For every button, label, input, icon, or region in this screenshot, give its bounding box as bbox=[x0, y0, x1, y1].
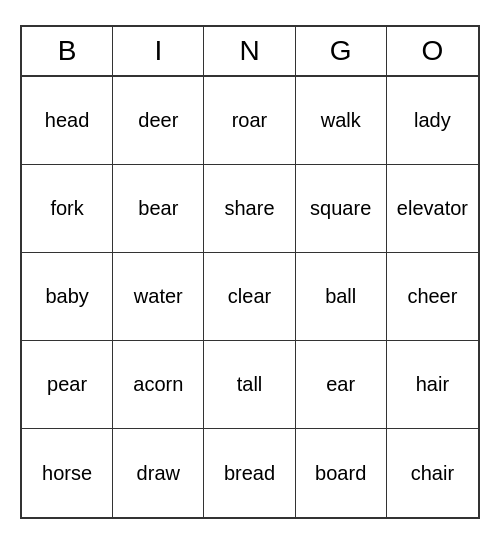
cell-r1-c4: elevator bbox=[387, 165, 478, 253]
header-letter: G bbox=[296, 27, 387, 75]
cell-r3-c4: hair bbox=[387, 341, 478, 429]
cell-r2-c2: clear bbox=[204, 253, 295, 341]
header-letter: N bbox=[204, 27, 295, 75]
cell-r1-c1: bear bbox=[113, 165, 204, 253]
header-letter: I bbox=[113, 27, 204, 75]
bingo-header: BINGO bbox=[22, 27, 478, 77]
cell-r3-c0: pear bbox=[22, 341, 113, 429]
cell-r0-c0: head bbox=[22, 77, 113, 165]
cell-r0-c3: walk bbox=[296, 77, 387, 165]
cell-r1-c0: fork bbox=[22, 165, 113, 253]
cell-r0-c4: lady bbox=[387, 77, 478, 165]
bingo-grid: headdeerroarwalkladyforkbearsharesquaree… bbox=[22, 77, 478, 517]
cell-r1-c2: share bbox=[204, 165, 295, 253]
cell-r2-c0: baby bbox=[22, 253, 113, 341]
cell-r4-c4: chair bbox=[387, 429, 478, 517]
cell-r2-c4: cheer bbox=[387, 253, 478, 341]
cell-r4-c3: board bbox=[296, 429, 387, 517]
cell-r0-c1: deer bbox=[113, 77, 204, 165]
cell-r3-c2: tall bbox=[204, 341, 295, 429]
cell-r2-c3: ball bbox=[296, 253, 387, 341]
cell-r3-c1: acorn bbox=[113, 341, 204, 429]
cell-r4-c1: draw bbox=[113, 429, 204, 517]
cell-r2-c1: water bbox=[113, 253, 204, 341]
cell-r0-c2: roar bbox=[204, 77, 295, 165]
header-letter: B bbox=[22, 27, 113, 75]
cell-r4-c0: horse bbox=[22, 429, 113, 517]
cell-r4-c2: bread bbox=[204, 429, 295, 517]
bingo-card: BINGO headdeerroarwalkladyforkbearshares… bbox=[20, 25, 480, 519]
cell-r1-c3: square bbox=[296, 165, 387, 253]
cell-r3-c3: ear bbox=[296, 341, 387, 429]
header-letter: O bbox=[387, 27, 478, 75]
